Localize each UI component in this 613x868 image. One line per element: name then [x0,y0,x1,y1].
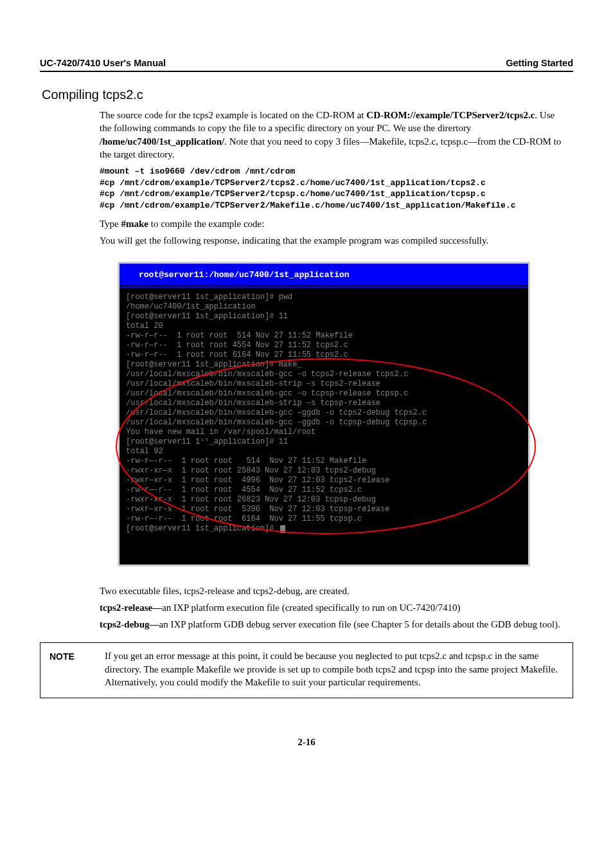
note-box: NOTE If you get an error message at this… [40,642,573,698]
terminal-caret-icon [280,525,285,533]
paragraph-3: You will get the following response, ind… [100,234,568,247]
paragraph-1: The source code for the tcps2 example is… [100,109,568,161]
paragraph-2: Type #make to compile the example code: [100,217,568,230]
doc-title: UC-7420/7410 User's Manual [40,58,166,68]
page-header: UC-7420/7410 User's Manual Getting Start… [40,58,573,72]
page-number: 2-16 [39,737,574,748]
terminal-window: root@server11:/home/uc7400/1st_applicati… [118,262,530,566]
p5b: an IXP platform execution file (created … [162,602,460,613]
body-content: The source code for the tcps2 example is… [100,109,568,631]
paragraph-4: Two executable files, tcps2-release and … [100,584,568,597]
chapter-name: Getting Started [506,58,573,68]
p2c: to compile the example code: [148,219,264,229]
code-block-1: #mount –t iso9660 /dev/cdrom /mnt/cdrom … [100,166,568,211]
terminal-title: root@server11:/home/uc7400/1st_applicati… [120,264,528,285]
note-text: If you get an error message at this poin… [105,649,562,689]
paragraph-5: tcps2-release—an IXP platform execution … [100,601,568,614]
p1a: The source code for the tcps2 example is… [100,110,366,120]
p1b: CD-ROM://example/TCPServer2/tcps2.c [366,110,535,120]
terminal-body: [root@server11 1st_application]# pwd /ho… [120,287,528,565]
p2b: #make [121,219,149,229]
note-label: NOTE [49,649,88,689]
section-title: Compiling tcps2.c [42,87,574,102]
p6b: an IXP platform GDB debug server executi… [159,619,560,629]
p6a: tcps2-debug— [100,619,159,629]
p5a: tcps2-release— [100,602,162,613]
p2a: Type [100,219,121,229]
paragraph-6: tcps2-debug—an IXP platform GDB debug se… [100,618,568,631]
p1d: /home/uc7400/1st_application/ [100,136,224,147]
terminal-text: [root@server11 1st_application]# pwd /ho… [126,293,427,533]
